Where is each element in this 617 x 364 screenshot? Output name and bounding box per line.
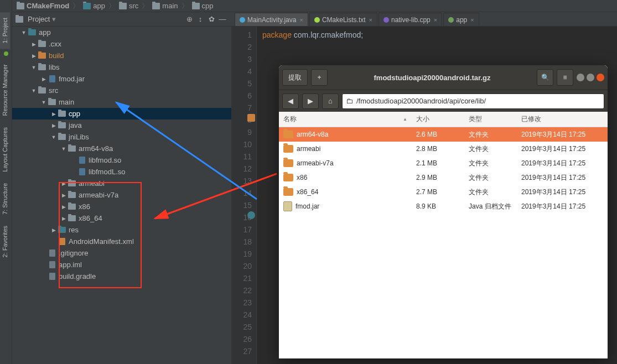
tree-item-label: .gitignore [59,249,88,257]
minimize-icon[interactable] [577,74,584,81]
jar-icon [283,201,292,211]
breadcrumb-item[interactable]: main [150,2,180,10]
extract-button[interactable]: 提取 [282,69,308,86]
hide-icon[interactable]: — [217,15,228,23]
editor-tab[interactable]: CMakeLists.txt× [309,13,377,26]
location-bar[interactable]: 🗀 /fmodstudioapi20000android/api/core/li… [342,93,604,109]
menu-icon[interactable]: ≡ [557,69,573,86]
tree-item[interactable]: ▼jniLibs [12,131,231,143]
tree-item[interactable]: AndroidManifest.xml [12,236,231,247]
gear-icon[interactable]: ✿ [206,15,217,23]
tree-item[interactable]: ▶res [12,224,231,236]
fm-columns: 名称▲ 大小 类型 已修改 [279,112,608,127]
fm-list[interactable]: arm64-v8a2.6 MB文件夹2019年3月14日 17:25armeab… [279,127,608,358]
sidetab-structure[interactable]: 7: Structure [0,178,10,220]
forward-icon[interactable]: ▶ [302,93,319,109]
folder-icon [192,3,200,9]
editor-tab[interactable]: native-lib.cpp× [379,13,442,26]
folder-icon [48,98,56,106]
tree-item[interactable]: ▶x86_64 [12,212,231,224]
fm-row[interactable]: x862.9 MB文件夹2019年3月14日 17:25 [279,170,608,185]
add-button[interactable]: + [311,69,328,86]
tree-item[interactable]: ▶armeabi-v7a [12,189,231,201]
breadcrumb-item[interactable]: app [81,2,107,10]
tree-item[interactable]: .gitignore [12,247,231,259]
tree-item[interactable]: ▶fmod.jar [12,73,231,85]
tree-item-label: jniLibs [69,133,89,141]
close-icon[interactable]: × [369,17,372,23]
breadcrumb-item[interactable]: cpp [190,2,216,10]
tree-item[interactable]: libfmodL.so [12,166,231,178]
breadcrumb-item[interactable]: CMakeFmod [14,2,71,10]
tree-item[interactable]: ▶cpp [12,108,231,119]
tree-item[interactable]: libfmod.so [12,154,231,166]
folder-icon [17,3,24,9]
fm-type: 文件夹 [464,188,517,197]
close-icon[interactable] [597,74,604,81]
tree-item[interactable]: ▼arm64-v8a [12,143,231,154]
search-icon[interactable]: 🔍 [537,69,553,86]
locate-icon[interactable]: ⊕ [184,15,195,23]
close-icon[interactable]: × [434,17,437,23]
tree-item[interactable]: ▶.cxx [12,38,231,50]
location-text: /fmodstudioapi20000android/api/core/lib/ [356,97,486,105]
fm-size: 2.7 MB [412,188,464,196]
fm-row[interactable]: x86_642.7 MB文件夹2019年3月14日 17:25 [279,185,608,199]
tab-file-icon [448,17,454,23]
fm-type: 文件夹 [464,130,517,139]
col-size[interactable]: 大小 [412,115,464,124]
folder-icon [283,188,293,196]
editor-tab[interactable]: MainActivity.java× [235,13,308,26]
tree-item[interactable]: ▶build [12,50,231,61]
sidetab-layout-captures[interactable]: Layout Captures [0,122,10,178]
fm-row[interactable]: armeabi2.8 MB文件夹2019年3月14日 17:25 [279,142,608,156]
tree-item-label: fmod.jar [59,75,85,83]
chevron-icon: ▶ [60,204,68,210]
col-name[interactable]: 名称▲ [279,115,412,124]
sidetab-resource-manager[interactable]: Resource Manager [0,59,10,122]
maximize-icon[interactable] [587,74,594,81]
col-modified[interactable]: 已修改 [517,115,608,124]
tree-item-label: app [39,28,51,37]
fm-row[interactable]: armeabi-v7a2.1 MB文件夹2019年3月14日 17:25 [279,156,608,170]
jar-file-icon [48,75,56,83]
fm-modified: 2019年3月14日 17:25 [517,144,608,154]
project-tree[interactable]: ▼app▶.cxx▶build▼libs▶fmod.jar▼src▼main▶c… [12,27,231,364]
fm-type: 文件夹 [464,144,517,154]
tree-item-label: libfmod.so [89,156,121,164]
close-icon[interactable]: × [470,17,474,23]
tree-item[interactable]: ▶armeabi [12,178,231,189]
fm-name: armeabi [297,145,320,153]
dot-icon [4,51,8,56]
tree-item[interactable]: ▼main [12,96,231,108]
file-file-icon [48,249,56,257]
fm-row[interactable]: fmod.jar8.9 KBJava 归档文件2019年3月14日 17:25 [279,199,608,214]
breadcrumb-item[interactable]: src [117,2,141,10]
tree-item[interactable]: build.gradle [12,271,231,282]
chevron-icon: ▼ [20,30,28,35]
fm-name: x86_64 [297,188,318,196]
home-icon[interactable]: ⌂ [322,93,339,109]
editor-tab[interactable]: app× [443,13,479,26]
sidetab-project[interactable]: 1: Project [0,12,10,49]
tree-item-label: cpp [69,110,80,118]
expand-icon[interactable]: ↕ [195,15,206,23]
chevron-icon: ▼ [50,134,58,140]
fm-size: 8.9 KB [412,202,464,210]
back-icon[interactable]: ◀ [282,93,299,109]
col-type[interactable]: 类型 [464,115,517,124]
tree-item[interactable]: app.iml [12,259,231,271]
tree-item[interactable]: ▶java [12,119,231,131]
tree-item[interactable]: ▼libs [12,61,231,73]
close-icon[interactable]: × [299,17,303,23]
tree-item[interactable]: ▶x86 [12,201,231,212]
chevron-icon: ▼ [30,65,38,70]
so-file-icon [77,168,86,176]
fm-row[interactable]: arm64-v8a2.6 MB文件夹2019年3月14日 17:25 [279,127,608,142]
fm-size: 2.1 MB [412,159,464,167]
tree-item[interactable]: ▼app [12,27,231,38]
sidetab-favorites[interactable]: 2: Favorites [0,220,10,263]
fm-size: 2.6 MB [412,131,464,138]
tree-item[interactable]: ▼src [12,85,231,96]
folder-icon [58,133,66,141]
